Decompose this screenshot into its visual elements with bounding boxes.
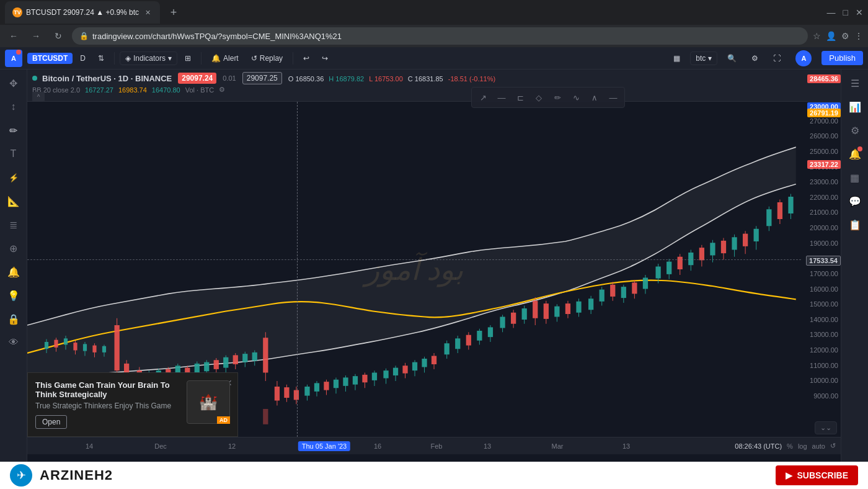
extension-icon[interactable]: ⚙	[841, 31, 849, 41]
price-23000: 23000.00	[800, 178, 838, 186]
svg-rect-107	[588, 298, 593, 310]
drawing-toolbar: ↗ — ⊏ ◇ ✏ ∿ ∧ —	[471, 87, 625, 108]
close-window-button[interactable]: ✕	[856, 7, 863, 17]
refresh-button[interactable]: ↻	[50, 27, 67, 45]
templates-button[interactable]: ⊞	[180, 52, 196, 65]
bookmark-icon[interactable]: ☆	[813, 31, 821, 41]
svg-rect-97	[533, 301, 538, 318]
search-button[interactable]: 🔍	[722, 52, 742, 65]
right-sidebar-layout[interactable]: ▦	[844, 166, 866, 189]
reset-button[interactable]: ↺	[830, 442, 836, 450]
svg-rect-45	[263, 338, 268, 372]
sidebar-item-draw[interactable]: ✏	[2, 119, 25, 141]
svg-rect-73	[402, 366, 407, 373]
subscribe-button[interactable]: ▶ SUBSCRIBE	[776, 465, 858, 485]
price-10000: 10000.00	[800, 377, 838, 384]
sidebar-item-patterns[interactable]: ⚡	[2, 166, 25, 189]
svg-rect-1	[45, 342, 48, 349]
profile-icon[interactable]: 👤	[826, 31, 836, 41]
sidebar-item-text[interactable]: T	[2, 143, 25, 165]
new-tab-button[interactable]: +	[165, 4, 182, 21]
draw-horizontal-tool[interactable]: —	[494, 90, 509, 105]
high-value: H 16879.82	[329, 75, 364, 83]
replay-button[interactable]: ↺ Replay	[246, 52, 288, 65]
back-button[interactable]: ←	[5, 27, 22, 45]
redo-button[interactable]: ↪	[317, 52, 333, 65]
minimize-button[interactable]: —	[827, 7, 836, 17]
time-label-dec: Dec	[154, 442, 167, 450]
fullscreen-button[interactable]: ⛶	[768, 52, 786, 65]
url-bar[interactable]: 🔒 tradingview.com/chart/hWwsTPQa/?symbol…	[72, 27, 808, 45]
right-sidebar-alerts[interactable]: 🔔	[844, 143, 866, 165]
draw-wave-tool[interactable]: ∿	[569, 90, 583, 105]
draw-shape-tool[interactable]: ◇	[531, 90, 546, 105]
undo-button[interactable]: ↩	[298, 52, 314, 65]
auto-toggle[interactable]: auto	[812, 442, 825, 450]
ad-open-button[interactable]: Open	[35, 415, 67, 429]
alert-button[interactable]: 🔔 Alert	[206, 52, 244, 65]
tv-logo[interactable]: A	[5, 50, 22, 67]
undo-icon: ↩	[303, 54, 309, 63]
draw-freehand-tool[interactable]: ✏	[550, 90, 565, 105]
svg-rect-137	[754, 229, 759, 241]
time-label-12: 12	[228, 442, 236, 450]
forward-button[interactable]: →	[27, 27, 45, 45]
right-sidebar-watchlist[interactable]: ☰	[844, 72, 866, 94]
time-label-jan05: Thu 05 Jan '23	[298, 441, 350, 451]
notification-indicator	[16, 50, 21, 55]
right-sidebar-chart[interactable]: 📊	[844, 96, 866, 118]
price-15000: 15000.00	[800, 300, 838, 308]
telegram-icon[interactable]: ✈	[10, 464, 32, 487]
log-toggle[interactable]: log	[798, 442, 807, 450]
currency-selector[interactable]: btc ▾	[690, 52, 717, 65]
right-sidebar-settings[interactable]: ⚙	[844, 119, 866, 141]
collapse-header-button[interactable]: ^	[32, 92, 45, 102]
sidebar-item-measure[interactable]: 📐	[2, 190, 25, 212]
channel-name: ARZINEH2	[40, 467, 113, 483]
svg-rect-103	[565, 303, 570, 314]
menu-icon[interactable]: ⋮	[854, 31, 863, 41]
svg-rect-119	[655, 267, 660, 279]
current-price-box: 29097.24	[178, 73, 216, 84]
maximize-button[interactable]: □	[843, 7, 848, 17]
sidebar-item-indicators-side[interactable]: ≣	[2, 213, 25, 236]
draw-line-tool[interactable]: ↗	[476, 90, 490, 105]
draw-rectangle-tool[interactable]: ⊏	[513, 90, 528, 105]
indicators-button[interactable]: ◈ Indicators ▾	[120, 52, 177, 65]
price-scale: 28465.36 27000.00 26000.00 25000.00 2400…	[800, 102, 841, 400]
price-27000: 27000.00	[800, 117, 838, 125]
sidebar-item-alerts[interactable]: 🔔	[2, 261, 25, 283]
change-value: -18.51 (-0.11%)	[448, 75, 495, 83]
sidebar-item-ideas[interactable]: 💡	[2, 284, 25, 307]
vol-settings-icon[interactable]: ⚙	[219, 86, 225, 94]
expand-chart-button[interactable]: ⌄⌄	[815, 421, 837, 434]
draw-arrow-tool[interactable]: ∧	[587, 90, 602, 105]
fullscreen-icon: ⛶	[773, 54, 781, 63]
replay-icon: ↺	[251, 54, 257, 63]
sidebar-item-crosshair[interactable]: ↕	[2, 96, 25, 118]
chevron-down-icon: ▾	[168, 54, 172, 63]
layout-button[interactable]: ▦	[668, 52, 685, 65]
profile-button[interactable]: A	[790, 48, 817, 69]
sidebar-item-cursor[interactable]: ✥	[2, 72, 25, 94]
timeframe-button[interactable]: D	[75, 52, 91, 65]
sidebar-item-watchlist[interactable]: 👁	[2, 331, 25, 354]
svg-rect-113	[621, 287, 626, 298]
svg-rect-3	[54, 340, 58, 348]
right-sidebar-data[interactable]: 📋	[844, 213, 866, 236]
svg-rect-109	[600, 290, 604, 302]
publish-button[interactable]: Publish	[822, 51, 863, 65]
ohlc-data: O 16850.36 H 16879.82 L 16753.00 C 16831…	[288, 75, 495, 83]
browser-tab[interactable]: TV BTCUSDT 29097.24 ▲ +0.9% btc ✕	[5, 1, 160, 24]
redo-icon: ↪	[322, 54, 328, 63]
ticker-button[interactable]: BTCUSDT	[27, 53, 73, 64]
right-sidebar-chat[interactable]: 💬	[844, 190, 866, 212]
sidebar-item-zoom[interactable]: ⊕	[2, 237, 25, 259]
percent-toggle[interactable]: %	[787, 442, 793, 450]
compare-button[interactable]: ⇅	[93, 52, 109, 65]
settings-button[interactable]: ⚙	[746, 52, 763, 65]
sidebar-item-lock[interactable]: 🔒	[2, 308, 25, 330]
draw-more-tool[interactable]: —	[606, 90, 621, 105]
tab-close-button[interactable]: ✕	[143, 7, 153, 17]
svg-rect-15	[115, 325, 120, 370]
